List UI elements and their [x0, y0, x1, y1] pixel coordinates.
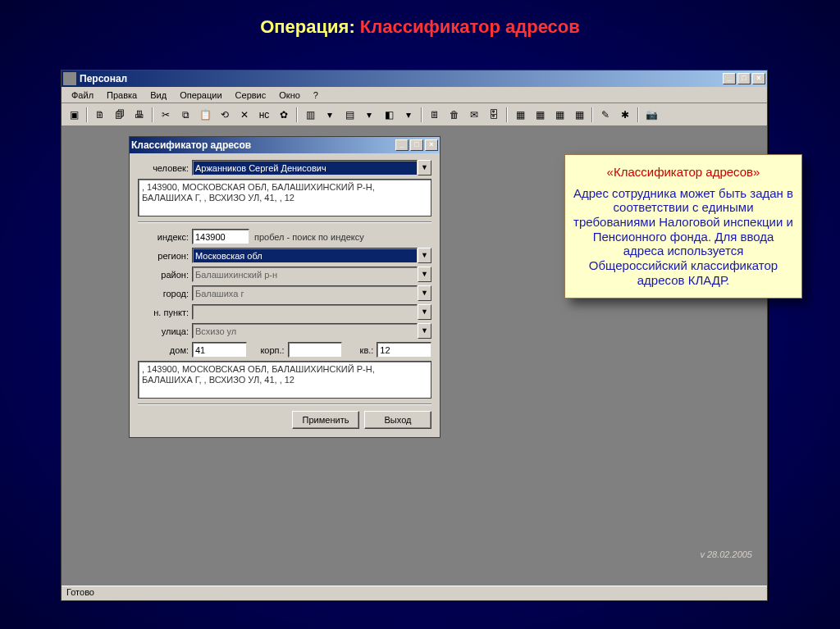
tool-icon[interactable]: ✉: [465, 106, 483, 124]
dialog-titlebar: Классификатор адресов _ □ ×: [130, 137, 440, 153]
menu-window[interactable]: Окно: [272, 89, 307, 102]
toolbar-separator: [419, 106, 424, 124]
house-field[interactable]: 41: [192, 342, 247, 358]
toolbar-separator: [84, 106, 89, 124]
street-field[interactable]: Всхизо ул: [192, 323, 418, 339]
tool-icon[interactable]: ✿: [275, 106, 293, 124]
locality-field[interactable]: [192, 304, 418, 320]
statusbar: Готово: [62, 586, 767, 600]
copy-icon[interactable]: ⧉: [176, 106, 194, 124]
city-combo[interactable]: Балашиха г ▼: [192, 285, 431, 301]
address-preview: , 143900, МОСКОВСКАЯ ОБЛ, БАЛАШИХИНСКИЙ …: [138, 179, 431, 217]
block-field[interactable]: [288, 342, 343, 358]
dropdown-icon[interactable]: ▼: [418, 248, 431, 263]
tool-icon[interactable]: ▾: [321, 106, 339, 124]
city-field[interactable]: Балашиха г: [192, 285, 418, 301]
slide-title: Операция: Классификатор адресов: [0, 0, 840, 38]
slide-title-prefix: Операция:: [260, 16, 360, 37]
index-field[interactable]: 143900: [192, 229, 249, 244]
toolbar-separator: [504, 106, 509, 124]
address-classifier-dialog: Классификатор адресов _ □ × человек: Арж…: [129, 136, 441, 438]
close-button[interactable]: ×: [752, 73, 765, 84]
person-label: человек:: [138, 163, 189, 173]
tool-icon[interactable]: 🗑: [445, 106, 463, 124]
index-hint: пробел - поиск по индексу: [254, 232, 364, 242]
app-title: Персонал: [80, 73, 127, 84]
version-label: v 28.02.2005: [700, 549, 752, 559]
tool-icon[interactable]: ▦: [531, 106, 549, 124]
info-callout: «Классификатор адресов» Адрес сотрудника…: [564, 154, 802, 299]
menu-file[interactable]: Файл: [65, 89, 100, 102]
dialog-close-button[interactable]: ×: [425, 139, 438, 151]
tool-icon[interactable]: ▥: [301, 106, 319, 124]
status-text: Готово: [66, 587, 94, 599]
cut-icon[interactable]: ✂: [157, 106, 175, 124]
app-icon: [63, 72, 76, 85]
tool-icon[interactable]: ▦: [511, 106, 529, 124]
block-label: корп.:: [250, 345, 285, 355]
dialog-maximize-button[interactable]: □: [410, 139, 423, 151]
tool-icon[interactable]: ▦: [570, 106, 588, 124]
tool-icon[interactable]: ▦: [550, 106, 568, 124]
tool-icon[interactable]: 🗏: [426, 106, 444, 124]
tool-icon[interactable]: ▾: [360, 106, 378, 124]
menu-operations[interactable]: Операции: [173, 89, 228, 102]
dropdown-icon[interactable]: ▼: [418, 267, 431, 282]
person-combo[interactable]: Аржанников Сергей Денисович ▼: [192, 160, 431, 175]
toolbar-separator: [590, 106, 595, 124]
toolbar-separator: [150, 106, 155, 124]
tool-icon[interactable]: ▣: [65, 106, 83, 124]
menubar: Файл Правка Вид Операции Сервис Окно ?: [62, 87, 767, 103]
district-combo[interactable]: Балашихинский р-н ▼: [192, 267, 431, 282]
region-label: регион:: [138, 251, 189, 261]
dropdown-icon[interactable]: ▼: [418, 285, 431, 301]
app-titlebar: Персонал _ □ ×: [62, 71, 767, 87]
menu-help[interactable]: ?: [307, 89, 325, 102]
callout-header: «Классификатор адресов»: [573, 165, 793, 180]
tool-icon[interactable]: 🖶: [130, 106, 148, 124]
flat-field[interactable]: 12: [377, 342, 431, 358]
callout-body: Адрес сотрудника может быть задан в соот…: [573, 186, 793, 288]
tool-icon[interactable]: 🗄: [485, 106, 503, 124]
person-field[interactable]: Аржанников Сергей Денисович: [192, 160, 418, 175]
locality-combo[interactable]: ▼: [192, 304, 431, 320]
dialog-title: Классификатор адресов: [131, 139, 251, 151]
dialog-minimize-button[interactable]: _: [395, 139, 409, 151]
tool-icon[interactable]: ◧: [380, 106, 398, 124]
tool-icon[interactable]: ⟲: [216, 106, 234, 124]
menu-service[interactable]: Сервис: [229, 89, 273, 102]
menu-edit[interactable]: Правка: [100, 89, 144, 102]
camera-icon[interactable]: 📷: [642, 106, 660, 124]
tool-icon[interactable]: 🗎: [91, 106, 109, 124]
toolbar-separator: [636, 106, 641, 124]
street-label: улица:: [138, 326, 189, 336]
dropdown-icon[interactable]: ▼: [418, 323, 431, 339]
tool-icon[interactable]: 🗐: [111, 106, 129, 124]
toolbar-separator: [294, 106, 299, 124]
minimize-button[interactable]: _: [723, 73, 736, 84]
apply-button[interactable]: Применить: [292, 411, 359, 429]
tool-icon[interactable]: нс: [255, 106, 273, 124]
app-window: Персонал _ □ × Файл Правка Вид Операции …: [61, 70, 768, 601]
menu-view[interactable]: Вид: [144, 89, 173, 102]
divider: [138, 221, 431, 222]
region-field[interactable]: Московская обл: [192, 248, 418, 263]
district-field[interactable]: Балашихинский р-н: [192, 267, 418, 282]
tool-icon[interactable]: ✱: [616, 106, 634, 124]
dropdown-icon[interactable]: ▼: [418, 304, 431, 320]
locality-label: н. пункт:: [138, 308, 189, 317]
tool-icon[interactable]: ✎: [596, 106, 614, 124]
region-combo[interactable]: Московская обл ▼: [192, 248, 431, 263]
index-label: индекс:: [138, 232, 189, 242]
paste-icon[interactable]: 📋: [196, 106, 214, 124]
city-label: город:: [138, 289, 189, 299]
street-combo[interactable]: Всхизо ул ▼: [192, 323, 431, 339]
tool-icon[interactable]: ▾: [399, 106, 418, 124]
exit-button[interactable]: Выход: [364, 411, 431, 429]
slide-title-main: Классификатор адресов: [360, 16, 580, 37]
tool-icon[interactable]: ✕: [235, 106, 253, 124]
dropdown-icon[interactable]: ▼: [418, 160, 431, 175]
house-label: дом:: [138, 345, 189, 355]
maximize-button[interactable]: □: [737, 73, 751, 84]
tool-icon[interactable]: ▤: [340, 106, 358, 124]
